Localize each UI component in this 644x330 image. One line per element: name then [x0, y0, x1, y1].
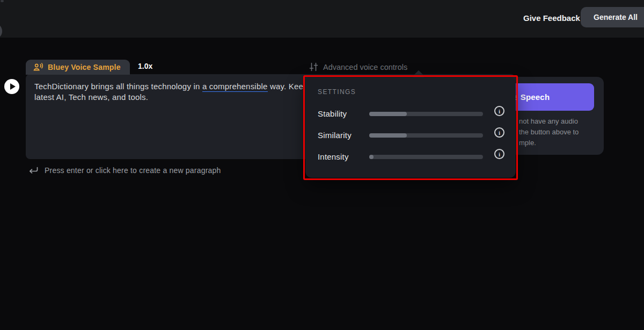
partial-logo: [0, 23, 2, 39]
advanced-voice-controls-label: Advanced voice controls: [323, 63, 407, 71]
editor-text: TechDictionary brings all things technol…: [34, 82, 202, 91]
intensity-info-icon[interactable]: i: [494, 149, 504, 159]
enter-key-icon: [27, 164, 39, 176]
similarity-label: Similarity: [318, 131, 352, 140]
new-paragraph-hint-label: Press enter or click here to create a ne…: [45, 166, 221, 175]
spelling-suggestion[interactable]: a comprehensible: [202, 82, 268, 92]
voice-settings-popup: SETTINGS Stability i Similarity i Intens…: [305, 77, 516, 178]
similarity-slider[interactable]: [369, 133, 483, 138]
logo-mark: [1, 0, 4, 2]
stability-info-icon[interactable]: i: [494, 106, 504, 116]
voice-sample-tab-label: Bluey Voice Sample: [48, 63, 121, 71]
voice-sample-tab[interactable]: Bluey Voice Sample: [26, 60, 130, 75]
stability-label: Stability: [318, 109, 347, 118]
generate-all-button[interactable]: Generate All: [581, 7, 644, 27]
play-button[interactable]: [4, 79, 19, 94]
sliders-icon: [309, 62, 318, 71]
new-paragraph-hint[interactable]: Press enter or click here to create a ne…: [27, 164, 221, 176]
intensity-slider[interactable]: [369, 155, 483, 159]
intensity-label: Intensity: [318, 152, 349, 161]
voice-speaker-icon: [33, 62, 43, 72]
stability-slider-fill: [369, 112, 407, 116]
similarity-info-icon[interactable]: i: [494, 127, 504, 138]
editor-text: way. Kee: [268, 82, 304, 91]
play-icon: [10, 83, 16, 90]
no-audio-note-line: the button above to: [519, 127, 579, 138]
similarity-slider-fill: [369, 133, 407, 138]
top-bar: Give Feedback Generate All: [0, 0, 644, 38]
advanced-voice-controls-button[interactable]: Advanced voice controls: [309, 62, 407, 71]
give-feedback-button[interactable]: Give Feedback: [523, 13, 580, 23]
playback-speed[interactable]: 1.0x: [138, 62, 152, 70]
intensity-slider-fill: [369, 155, 374, 159]
stability-slider[interactable]: [369, 112, 483, 116]
settings-title: SETTINGS: [318, 88, 356, 96]
no-audio-note-line: not have any audio: [519, 116, 579, 127]
no-audio-note-line: mple.: [519, 138, 579, 148]
no-audio-note: not have any audio the button above to m…: [519, 116, 579, 148]
